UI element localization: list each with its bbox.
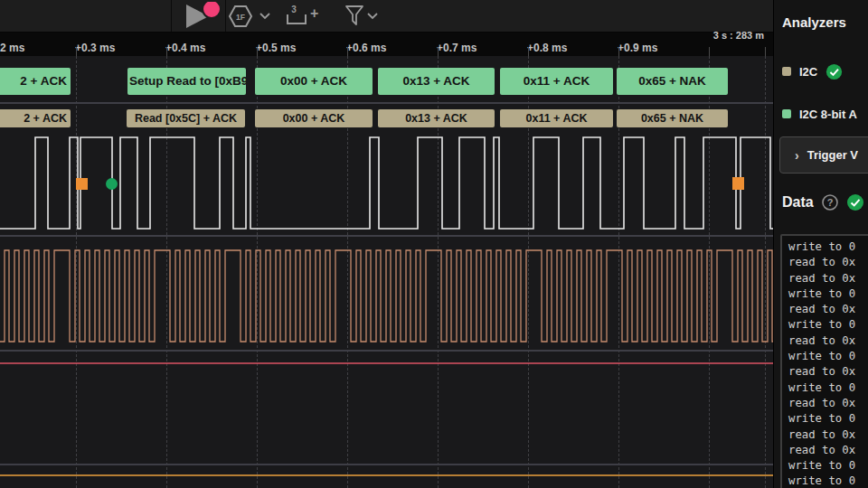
- timeline-tick: [438, 47, 439, 56]
- i2c-annotations-bubble[interactable]: 0x00 + ACK: [255, 109, 373, 127]
- data-title: Data: [782, 194, 814, 211]
- toolbar-separator: [225, 0, 226, 32]
- i2c-annotations-bubble[interactable]: Read [0x5C] + ACK: [127, 109, 245, 127]
- timeline-tick: [76, 47, 77, 56]
- timeline-tick: [709, 47, 710, 56]
- analyzer-color-swatch: [782, 109, 791, 118]
- timeline-tick-label: +0.8 ms: [527, 42, 567, 54]
- orange-square-marker[interactable]: [732, 177, 744, 190]
- data-log-line: write to 0: [788, 286, 868, 302]
- check-badge-icon: [846, 193, 864, 211]
- i2c-8bit-annotations-bubble[interactable]: 0x11 + ACK: [500, 68, 613, 95]
- record-dot-icon: [203, 2, 221, 18]
- i2c-8bit-annotations-bubble[interactable]: Setup Read to [0xB9: [127, 68, 246, 95]
- i2c-8bit-annotations-bubble[interactable]: 0x00 + ACK: [255, 68, 373, 95]
- data-log-line: write to 0: [788, 239, 868, 255]
- svg-text:1F: 1F: [236, 13, 245, 22]
- toolbar-separator: [171, 0, 172, 32]
- data-log-line: write to 0: [788, 474, 868, 488]
- timeline-tick-label: +0.6 ms: [346, 42, 386, 54]
- sidebar-panel: Analyzers I2CI2C 8-bit A › Trigger V Dat…: [773, 0, 868, 488]
- data-log-line: write to 0: [788, 411, 868, 427]
- channel-separator: [0, 235, 773, 237]
- logic-analyzer-app: 1F 3 + 3 s : 283 m 2 ms+0.3 ms+0.4 ms+0.…: [0, 0, 868, 488]
- analyzer-label: I2C: [799, 65, 817, 79]
- data-log-panel[interactable]: write to 0read to 0xread to 0xwrite to 0…: [780, 234, 868, 488]
- channel-separator: [0, 102, 773, 104]
- data-log-line: read to 0x: [788, 255, 868, 270]
- timeline-tick: [166, 47, 167, 56]
- chevron-right-icon: ›: [795, 149, 799, 162]
- analyzer-label: I2C 8-bit A: [799, 108, 857, 121]
- i2c-8bit-annotations-bubble[interactable]: 0x65 + NAK: [617, 68, 728, 95]
- timeline-tick-label: +0.5 ms: [256, 42, 296, 54]
- i2c-annotations-bubble[interactable]: 2 + ACK: [0, 109, 71, 127]
- data-log-line: read to 0x: [788, 396, 868, 411]
- analyzers-title: Analyzers: [782, 14, 846, 30]
- device-tag-icon[interactable]: 1F: [227, 4, 254, 29]
- help-icon[interactable]: ?: [821, 193, 839, 211]
- timeline-tick: [257, 47, 258, 56]
- i2c-8bit-annotations-bubble[interactable]: 0x13 + ACK: [378, 68, 495, 95]
- timeline-ruler[interactable]: 3 s : 283 m 2 ms+0.3 ms+0.4 ms+0.5 ms+0.…: [0, 33, 773, 56]
- timeline-tick: [528, 47, 529, 56]
- timeline-tick-label: +0.9 ms: [618, 42, 657, 54]
- timeline-tick-label: +0.3 ms: [75, 42, 115, 54]
- analyzer-color-swatch: [782, 67, 791, 76]
- trigger-view-button[interactable]: › Trigger V: [779, 136, 868, 174]
- scl-clock-trace: [0, 250, 773, 342]
- data-log-line: read to 0x: [788, 333, 868, 349]
- i2c-annotations-bubble[interactable]: 0x13 + ACK: [378, 109, 495, 127]
- timeline-tick: [347, 47, 348, 56]
- i2c-8bit-annotations-bubble[interactable]: 2 + ACK: [0, 68, 71, 95]
- trigger-view-label: Trigger V: [807, 148, 858, 162]
- data-log-line: read to 0x: [788, 443, 868, 458]
- channel-separator: [0, 350, 773, 352]
- data-log-line: read to 0x: [788, 302, 868, 317]
- svg-text:3: 3: [291, 5, 297, 14]
- timeline-tick: [765, 47, 766, 56]
- toolbar: 1F 3 +: [0, 0, 773, 33]
- trigger-funnel-icon[interactable]: [344, 5, 364, 28]
- data-log-line: read to 0x: [788, 271, 868, 286]
- i2c-annotations-bubble[interactable]: 0x11 + ACK: [500, 109, 613, 127]
- waveform-viewport[interactable]: 2 + ACKSetup Read to [0xB90x00 + ACK0x13…: [0, 56, 773, 488]
- data-log-line: read to 0x: [788, 364, 868, 380]
- timeline-tick-label: +0.7 ms: [437, 42, 476, 54]
- green-circle-marker[interactable]: [106, 178, 118, 190]
- chevron-down-icon[interactable]: [367, 13, 378, 20]
- data-log-line: write to 0: [788, 380, 868, 396]
- chevron-down-icon[interactable]: [259, 13, 270, 20]
- svg-text:?: ?: [826, 197, 833, 208]
- data-log-line: write to 0: [788, 458, 868, 474]
- check-badge-icon: [826, 63, 843, 80]
- timeline-tick: [618, 47, 619, 56]
- capture-range-label: 3 s : 283 m: [684, 30, 764, 41]
- add-measurement-button[interactable]: +: [310, 5, 318, 22]
- i2c-annotations-bubble[interactable]: 0x65 + NAK: [617, 109, 728, 127]
- analyzer-item-i2c-8-bit-a[interactable]: I2C 8-bit A: [782, 105, 857, 123]
- channel-separator: [0, 464, 773, 465]
- measurement-icon[interactable]: 3: [285, 3, 310, 28]
- play-record-button[interactable]: [179, 2, 224, 31]
- timeline-tick-label: +0.4 ms: [165, 42, 205, 54]
- data-log-line: read to 0x: [788, 427, 868, 443]
- timeline-tick-label: 2 ms: [0, 42, 24, 54]
- data-header: Data ?: [782, 193, 864, 211]
- orange-square-marker[interactable]: [76, 178, 88, 190]
- data-log-line: write to 0: [788, 349, 868, 364]
- data-log-line: write to 0: [788, 317, 868, 333]
- analyzer-item-i2c[interactable]: I2C: [782, 62, 843, 80]
